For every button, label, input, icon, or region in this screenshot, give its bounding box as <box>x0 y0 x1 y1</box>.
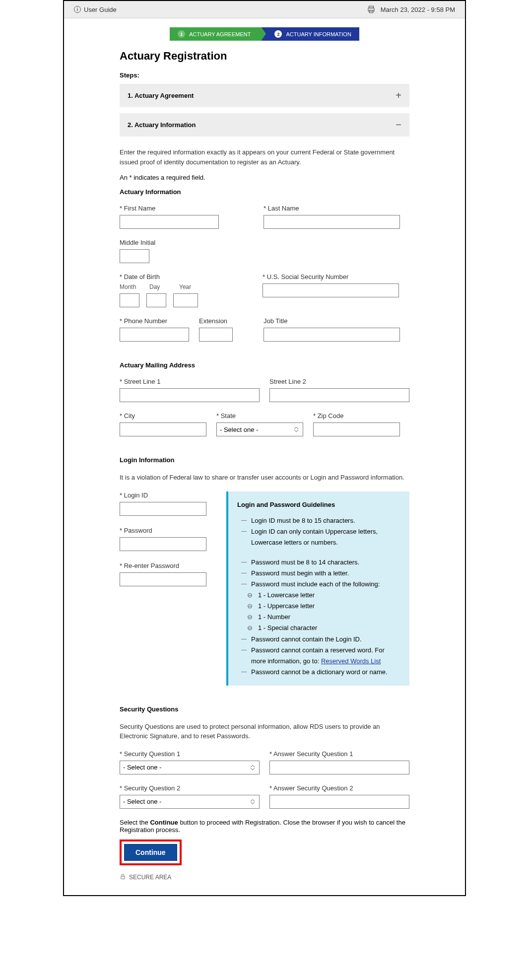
aq2-input[interactable] <box>269 795 409 809</box>
label-password: * Password <box>120 527 206 534</box>
accordion-actuary-information[interactable]: 2. Actuary Information − <box>120 113 409 137</box>
sq2-select[interactable]: - Select one - <box>120 795 260 809</box>
label-phone: * Phone Number <box>120 317 189 325</box>
label-extension: Extension <box>199 317 233 325</box>
label-street1: * Street Line 1 <box>120 378 260 385</box>
label-middle-initial: Middle Initial <box>120 239 155 246</box>
label-sq2: * Security Question 2 <box>120 784 260 792</box>
label-dob: * Date of Birth <box>120 273 198 280</box>
ssn-input[interactable] <box>263 283 399 297</box>
guideline-item: Login ID can only contain Uppercase lett… <box>244 526 400 548</box>
phone-input[interactable] <box>120 328 189 342</box>
step-label-2: ACTUARY INFORMATION <box>286 31 351 37</box>
label-last-name: * Last Name <box>264 205 400 212</box>
intro-text: Enter the required information exactly a… <box>120 147 409 167</box>
section-login: Login Information <box>120 456 409 464</box>
street2-input[interactable] <box>269 388 409 402</box>
password-input[interactable] <box>120 537 206 551</box>
page-title: Actuary Registration <box>120 50 409 63</box>
label-first-name: * First Name <box>120 205 219 212</box>
guidelines-title: Login and Password Guidelines <box>237 499 400 510</box>
step-number-1: 1 <box>178 30 185 38</box>
secure-text: SECURE AREA <box>129 874 171 881</box>
guideline-sub-item: 1 - Uppercase letter <box>244 601 400 612</box>
continue-text-bold: Continue <box>150 819 178 826</box>
accordion-title-1: 1. Actuary Agreement <box>128 92 194 99</box>
label-street2: Street Line 2 <box>269 378 409 385</box>
city-input[interactable] <box>120 422 206 436</box>
street1-input[interactable] <box>120 388 260 402</box>
steps-label: Steps: <box>120 71 409 79</box>
plus-icon: + <box>396 90 401 101</box>
label-city: * City <box>120 412 206 420</box>
dob-year-input[interactable] <box>173 293 198 307</box>
first-name-input[interactable] <box>120 215 219 229</box>
state-select[interactable]: - Select one - <box>216 422 303 436</box>
zip-input[interactable] <box>313 422 400 436</box>
guideline-item: Password cannot contain a reserved word.… <box>244 645 400 667</box>
section-actuary-info: Actuary Information <box>120 188 409 196</box>
step-label-1: ACTUARY AGREEMENT <box>189 31 251 37</box>
continue-text-a: Select the <box>120 819 150 826</box>
continue-text: Select the Continue button to proceed wi… <box>120 819 409 834</box>
label-ssn: * U.S. Social Security Number <box>263 273 399 280</box>
required-note: An * indicates a required field. <box>120 174 409 181</box>
guideline-item: Password cannot be a dictionary word or … <box>244 667 400 678</box>
middle-initial-input[interactable] <box>120 249 149 263</box>
last-name-input[interactable] <box>264 215 400 229</box>
step-actuary-agreement: 1 ACTUARY AGREEMENT <box>170 27 262 41</box>
accordion-actuary-agreement[interactable]: 1. Actuary Agreement + <box>120 84 409 107</box>
continue-button[interactable]: Continue <box>124 844 177 861</box>
reserved-words-link[interactable]: Reserved Words List <box>321 657 381 665</box>
lock-icon <box>120 873 126 881</box>
guideline-sub-item: 1 - Lowercase letter <box>244 590 400 601</box>
guideline-sub-item: 1 - Special character <box>244 623 400 633</box>
extension-input[interactable] <box>199 328 233 342</box>
step-actuary-information: 2 ACTUARY INFORMATION <box>262 27 359 41</box>
guideline-item: Password must include each of the follow… <box>244 579 400 590</box>
guideline-item: Password cannot contain the Login ID. <box>244 634 400 645</box>
print-icon[interactable] <box>367 5 376 14</box>
label-dob-day: Day <box>149 283 169 290</box>
secure-area: SECURE AREA <box>120 873 409 885</box>
sq1-select[interactable]: - Select one - <box>120 761 260 774</box>
job-title-input[interactable] <box>264 328 400 342</box>
login-id-input[interactable] <box>120 502 206 516</box>
label-dob-year: Year <box>179 283 191 290</box>
label-aq1: * Answer Security Question 1 <box>269 750 409 758</box>
step-number-2: 2 <box>274 30 282 38</box>
guideline-item: Login ID must be 8 to 15 characters. <box>244 515 400 526</box>
label-sq1: * Security Question 1 <box>120 750 260 758</box>
label-state: * State <box>216 412 303 420</box>
guideline-item: Password must begin with a letter. <box>244 568 400 579</box>
guideline-item: Password must be 8 to 14 characters. <box>244 557 400 568</box>
section-security: Security Questions <box>120 705 409 713</box>
login-intro: It is a violation of Federal law to shar… <box>120 473 409 483</box>
label-dob-month: Month <box>120 283 139 290</box>
label-re-password: * Re-enter Password <box>120 562 206 569</box>
svg-rect-3 <box>121 876 125 879</box>
continue-highlight: Continue <box>120 840 182 865</box>
label-login-id: * Login ID <box>120 491 206 499</box>
dob-month-input[interactable] <box>120 293 139 307</box>
guidelines-box: Login and Password Guidelines Login ID m… <box>226 491 409 686</box>
info-icon: i <box>74 6 81 13</box>
guideline-sub-item: 1 - Number <box>244 612 400 623</box>
dob-day-input[interactable] <box>146 293 166 307</box>
minus-icon: − <box>396 119 401 131</box>
security-intro: Security Questions are used to protect p… <box>120 722 409 741</box>
label-aq2: * Answer Security Question 2 <box>269 784 409 792</box>
label-zip: * Zip Code <box>313 412 400 420</box>
re-password-input[interactable] <box>120 572 206 586</box>
stepper: 1 ACTUARY AGREEMENT 2 ACTUARY INFORMATIO… <box>64 27 465 41</box>
user-guide-link[interactable]: User Guide <box>84 6 117 13</box>
timestamp: March 23, 2022 - 9:58 PM <box>381 6 455 13</box>
label-job-title: Job Title <box>264 317 400 325</box>
section-mailing: Actuary Mailing Address <box>120 361 409 369</box>
accordion-title-2: 2. Actuary Information <box>128 121 196 129</box>
aq1-input[interactable] <box>269 761 409 774</box>
